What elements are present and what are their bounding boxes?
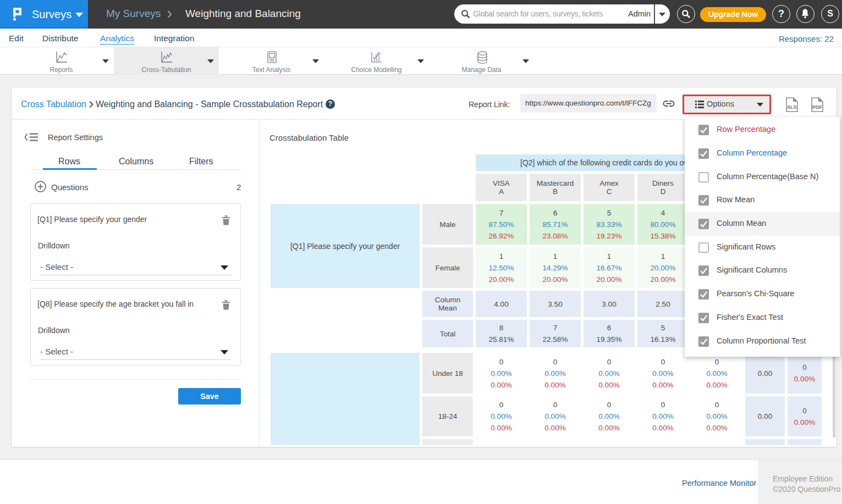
- svg-text:XLS: XLS: [787, 104, 797, 110]
- svg-text:PDF: PDF: [812, 104, 823, 110]
